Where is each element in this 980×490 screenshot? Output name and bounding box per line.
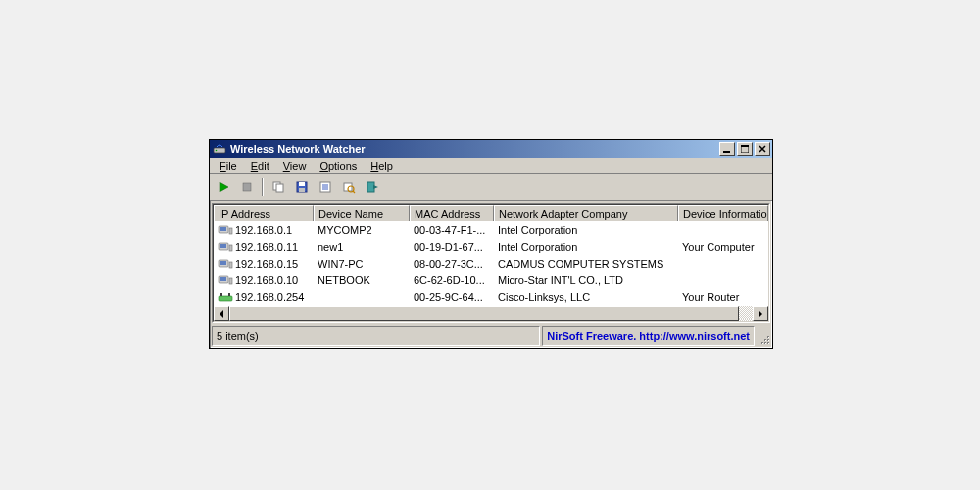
options-icon <box>342 180 356 194</box>
statusbar: 5 item(s) NirSoft Freeware. http://www.n… <box>210 325 772 348</box>
cell-mac: 6C-62-6D-10... <box>410 274 494 286</box>
scroll-track[interactable] <box>229 306 753 321</box>
header-device-info[interactable]: Device Information <box>678 205 768 221</box>
cell-company: Micro-Star INT'L CO., LTD <box>494 274 678 286</box>
svg-rect-10 <box>299 182 305 186</box>
header-adapter-company[interactable]: Network Adapter Company <box>494 205 678 221</box>
window-title: Wireless Network Watcher <box>230 143 717 155</box>
header-mac-address[interactable]: MAC Address <box>410 205 494 221</box>
properties-icon <box>318 180 332 194</box>
titlebar[interactable]: Wireless Network Watcher <box>210 140 772 158</box>
svg-marker-5 <box>220 182 228 192</box>
svg-point-1 <box>216 150 218 152</box>
svg-rect-25 <box>220 244 226 248</box>
cell-info: Your Router <box>678 291 768 303</box>
header-ip-address[interactable]: IP Address <box>214 205 314 221</box>
options-button[interactable] <box>339 177 359 197</box>
cell-mac: 00-03-47-F1-... <box>410 224 494 236</box>
menu-file[interactable]: File <box>214 159 243 172</box>
svg-rect-32 <box>229 278 232 284</box>
svg-rect-2 <box>723 151 730 153</box>
cell-device-name: WIN7-PC <box>314 258 410 270</box>
menu-view[interactable]: View <box>277 159 313 172</box>
cell-mac: 08-00-27-3C... <box>410 258 494 270</box>
horizontal-scrollbar[interactable] <box>214 305 768 321</box>
status-credit-link[interactable]: NirSoft Freeware. http://www.nirsoft.net <box>542 326 755 346</box>
router-icon <box>218 291 233 303</box>
table-row[interactable]: 192.168.0.1MYCOMP200-03-47-F1-...Intel C… <box>214 221 768 238</box>
play-icon <box>217 180 230 194</box>
svg-rect-44 <box>768 343 769 344</box>
app-icon <box>212 141 227 157</box>
scroll-left-button[interactable] <box>214 306 229 321</box>
copy-icon <box>271 180 285 194</box>
computer-icon <box>218 224 233 236</box>
cell-ip: 192.168.0.1 <box>214 224 314 236</box>
properties-button[interactable] <box>316 177 335 197</box>
cell-ip: 192.168.0.15 <box>214 258 314 270</box>
menu-options[interactable]: Options <box>314 159 363 172</box>
stop-button[interactable] <box>237 177 257 197</box>
svg-rect-26 <box>229 245 232 251</box>
triangle-left-icon <box>219 310 224 318</box>
copy-button[interactable] <box>269 177 288 197</box>
menubar: File Edit View Options Help <box>210 158 772 174</box>
minimize-button[interactable] <box>719 142 735 156</box>
table-row[interactable]: 192.168.0.25400-25-9C-64...Cisco-Linksys… <box>214 288 768 305</box>
menu-help[interactable]: Help <box>365 159 399 172</box>
cell-company: Intel Corporation <box>494 241 678 253</box>
cell-mac: 00-19-D1-67... <box>410 241 494 253</box>
resize-grip[interactable] <box>757 326 770 346</box>
maximize-button[interactable] <box>737 142 753 156</box>
cell-ip: 192.168.0.254 <box>214 291 314 303</box>
cell-company: Intel Corporation <box>494 224 678 236</box>
svg-rect-4 <box>741 145 749 147</box>
svg-rect-46 <box>762 343 763 344</box>
header-device-name[interactable]: Device Name <box>314 205 410 221</box>
svg-rect-29 <box>229 262 232 268</box>
svg-rect-8 <box>276 184 283 192</box>
save-icon <box>295 180 309 194</box>
column-headers: IP Address Device Name MAC Address Netwo… <box>214 205 768 221</box>
save-button[interactable] <box>292 177 312 197</box>
grip-icon <box>759 333 770 345</box>
svg-marker-20 <box>373 185 378 189</box>
svg-marker-36 <box>220 310 223 318</box>
cell-device-name: MYCOMP2 <box>314 224 410 236</box>
scroll-right-button[interactable] <box>753 306 768 321</box>
svg-rect-22 <box>220 227 226 231</box>
svg-rect-45 <box>765 343 766 344</box>
svg-rect-11 <box>299 188 305 192</box>
triangle-right-icon <box>758 310 763 318</box>
svg-rect-19 <box>368 182 374 192</box>
svg-rect-33 <box>219 296 232 301</box>
scroll-thumb[interactable] <box>229 306 739 321</box>
close-button[interactable] <box>755 142 770 156</box>
svg-rect-35 <box>228 293 230 296</box>
toolbar <box>210 174 772 201</box>
cell-ip: 192.168.0.10 <box>214 274 314 286</box>
cell-mac: 00-25-9C-64... <box>410 291 494 303</box>
svg-rect-31 <box>220 277 226 281</box>
cell-company: Cisco-Linksys, LLC <box>494 291 678 303</box>
listview: IP Address Device Name MAC Address Netwo… <box>212 203 770 323</box>
computer-icon <box>218 241 233 253</box>
menu-edit[interactable]: Edit <box>245 159 275 172</box>
status-item-count: 5 item(s) <box>212 326 540 346</box>
svg-rect-47 <box>768 340 769 341</box>
exit-icon <box>366 180 379 194</box>
computer-icon <box>218 274 233 286</box>
svg-rect-23 <box>229 228 232 234</box>
svg-rect-6 <box>243 183 251 191</box>
cell-info: Your Computer <box>678 241 768 253</box>
play-button[interactable] <box>214 177 233 197</box>
table-row[interactable]: 192.168.0.15WIN7-PC08-00-27-3C...CADMUS … <box>214 255 768 271</box>
exit-button[interactable] <box>363 177 382 197</box>
svg-rect-28 <box>220 261 226 265</box>
table-row[interactable]: 192.168.0.11new100-19-D1-67...Intel Corp… <box>214 238 768 255</box>
cell-device-name: NETBOOK <box>314 274 410 286</box>
table-row[interactable]: 192.168.0.10NETBOOK6C-62-6D-10...Micro-S… <box>214 271 768 288</box>
stop-icon <box>240 180 254 194</box>
svg-rect-48 <box>765 340 766 341</box>
svg-line-18 <box>353 191 355 193</box>
